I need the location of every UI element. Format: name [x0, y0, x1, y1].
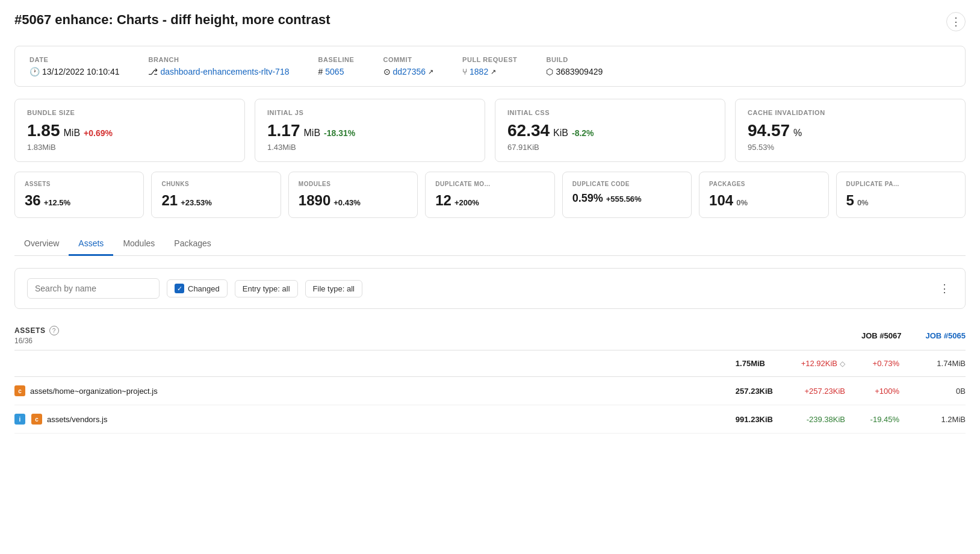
asset-name: assets/home~organization~project.js — [30, 387, 158, 396]
commit-icon: ⊙ — [383, 67, 391, 76]
row-diff: +257.23KiB — [791, 387, 845, 396]
job-current-header: JOB #5067 — [861, 331, 902, 340]
meta-pull-request: PULL REQUEST ⑂ 1882 ↗ — [462, 56, 517, 76]
tab-packages[interactable]: Packages — [164, 232, 220, 256]
stat-duplicate-packages: DUPLICATE PA... 5 0% — [836, 172, 966, 218]
tab-modules[interactable]: Modules — [113, 232, 164, 256]
summary-baseline: 1.74MiB — [917, 359, 966, 368]
stat-bundle-size: BUNDLE SIZE 1.85 MiB +0.69% 1.83MiB — [14, 99, 245, 162]
baseline-link[interactable]: 5065 — [325, 67, 344, 76]
search-input[interactable] — [27, 278, 160, 299]
asset-name: assets/vendors.js — [47, 415, 107, 424]
file-type-filter[interactable]: File type: all — [305, 280, 362, 297]
stat-chunks: CHUNKS 21 +23.53% — [151, 172, 281, 218]
file-type-label: File type: all — [313, 284, 355, 293]
stat-modules: MODULES 1890 +0.43% — [288, 172, 418, 218]
summary-row: 1.75MiB +12.92KiB ◇ +0.73% 1.74MiB — [14, 350, 966, 377]
changed-filter-chip[interactable]: Changed — [167, 279, 228, 297]
table-row: i c assets/vendors.js 991.23KiB -239.38K… — [14, 405, 966, 434]
stat-assets: ASSETS 36 +12.5% — [14, 172, 144, 218]
branch-link[interactable]: dashboard-enhancements-rltv-718 — [160, 67, 289, 76]
entry-type-filter[interactable]: Entry type: all — [235, 280, 298, 297]
commit-link[interactable]: dd27356 — [393, 67, 426, 76]
stat-cache-invalidation: CACHE INVALIDATION 94.57 % 95.53% — [735, 99, 966, 162]
build-icon: ⬡ — [546, 67, 553, 76]
row-baseline: 1.2MiB — [917, 415, 966, 424]
filter-bar: Changed Entry type: all File type: all ⋮ — [14, 268, 966, 309]
more-button[interactable]: ⋮ — [946, 12, 966, 31]
meta-branch: BRANCH ⎇ dashboard-enhancements-rltv-718 — [148, 56, 289, 76]
summary-diff: +12.92KiB — [783, 359, 837, 368]
changed-checkbox — [175, 284, 184, 293]
stat-duplicate-modules: DUPLICATE MO... 12 +200% — [425, 172, 554, 218]
summary-pct: +0.73% — [863, 359, 899, 368]
tab-overview[interactable]: Overview — [14, 232, 69, 256]
hash-icon: # — [318, 67, 323, 76]
summary-size: 1.75MiB — [711, 359, 765, 368]
row-pct: +100% — [863, 387, 899, 396]
meta-commit: COMMIT ⊙ dd27356 ↗ — [383, 56, 434, 76]
branch-icon: ⎇ — [148, 67, 158, 76]
diamond-icon: ◇ — [840, 359, 845, 368]
help-icon[interactable]: ? — [49, 326, 59, 335]
stats-large-row: BUNDLE SIZE 1.85 MiB +0.69% 1.83MiB INIT… — [14, 99, 966, 162]
job-baseline-header[interactable]: JOB #5065 — [926, 331, 966, 340]
row-pct: -19.45% — [863, 415, 899, 424]
assets-table-title: ASSETS — [14, 326, 46, 335]
assets-count: 16/36 — [14, 337, 59, 345]
meta-build: BUILD ⬡ 3683909429 — [546, 56, 603, 76]
entry-type-label: Entry type: all — [243, 284, 290, 293]
meta-baseline: BASELINE # 5065 — [318, 56, 354, 76]
badge-initial: i — [14, 414, 25, 425]
pr-link[interactable]: 1882 — [470, 67, 488, 76]
page-title: #5067 enhance: Charts - diff height, mor… — [14, 12, 330, 28]
stat-initial-css: INITIAL CSS 62.34 KiB -8.2% 67.91KiB — [495, 99, 725, 162]
meta-card: DATE 🕐 13/12/2022 10:10:41 BRANCH ⎇ dash… — [14, 46, 966, 87]
stat-packages: PACKAGES 104 0% — [699, 172, 828, 218]
table-header: ASSETS ? 16/36 JOB #5067 JOB #5065 — [14, 319, 966, 350]
tab-assets[interactable]: Assets — [69, 232, 113, 256]
clock-icon: 🕐 — [29, 67, 40, 76]
changed-label: Changed — [188, 284, 220, 293]
row-size: 991.23KiB — [719, 415, 773, 424]
row-size: 257.23KiB — [719, 387, 773, 396]
stat-initial-js: INITIAL JS 1.17 MiB -18.31% 1.43MiB — [255, 99, 485, 162]
badge-chunk: c — [31, 414, 42, 425]
row-diff: -239.38KiB — [791, 415, 845, 424]
table-row: c assets/home~organization~project.js 25… — [14, 377, 966, 405]
filter-row: Changed Entry type: all File type: all ⋮ — [27, 278, 953, 299]
filter-more-button[interactable]: ⋮ — [936, 280, 953, 297]
stats-small-row: ASSETS 36 +12.5% CHUNKS 21 +23.53% MODUL… — [14, 172, 966, 218]
tabs: Overview Assets Modules Packages — [14, 232, 966, 256]
row-baseline: 0B — [917, 387, 966, 396]
stat-duplicate-code: DUPLICATE CODE 0.59% +555.56% — [562, 172, 692, 218]
external-link-icon: ↗ — [491, 68, 496, 76]
external-link-icon: ↗ — [428, 68, 433, 76]
assets-table: ASSETS ? 16/36 JOB #5067 JOB #5065 1.75M… — [14, 319, 966, 434]
pr-icon: ⑂ — [462, 67, 467, 76]
meta-date: DATE 🕐 13/12/2022 10:10:41 — [29, 56, 119, 76]
badge-chunk: c — [14, 385, 25, 396]
